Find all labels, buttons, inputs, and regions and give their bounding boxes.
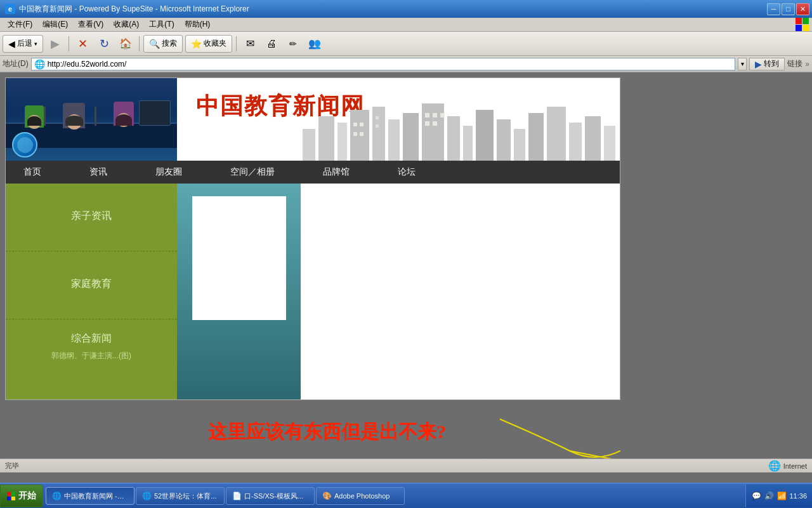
taskbar-item-3[interactable]: 🎨 Adobe Photoshop	[316, 487, 405, 505]
start-label: 开始	[18, 490, 36, 502]
svg-rect-7	[422, 104, 444, 161]
address-input[interactable]	[48, 60, 733, 69]
taskbar-item-icon-3: 🎨	[322, 491, 332, 501]
ie-icon: e	[5, 4, 15, 14]
taskbar-item-2[interactable]: 📄 口-SS/XS-模板风...	[226, 487, 315, 505]
section-family-ed[interactable]: 家庭教育	[6, 251, 177, 319]
back-button[interactable]: ◀ 后退 ▾	[3, 35, 43, 53]
nav-space[interactable]: 空间／相册	[225, 164, 280, 180]
header-right: 中国教育新闻网	[177, 78, 620, 161]
messenger-button[interactable]: 👥	[305, 34, 324, 53]
svg-rect-10	[476, 110, 494, 161]
taskbar-item-label-3: Adobe Photoshop	[334, 492, 390, 500]
svg-rect-1	[318, 116, 334, 161]
taskbar-item-icon-2: 📄	[232, 491, 242, 501]
svg-rect-4	[372, 107, 385, 161]
taskbar-item-0[interactable]: 🌐 中国教育新闻网 -…	[46, 487, 134, 505]
site-nav: 首页 资讯 朋友圈 空间／相册 品牌馆 论坛	[6, 161, 620, 184]
tray-time: 11:36	[789, 492, 807, 500]
close-button[interactable]: ✕	[796, 3, 809, 15]
mid-column	[177, 184, 301, 399]
menu-edit[interactable]: 编辑(E)	[37, 18, 73, 31]
svg-rect-17	[604, 126, 615, 161]
svg-rect-21	[360, 132, 363, 136]
links-label[interactable]: 链接	[787, 58, 802, 69]
svg-rect-15	[569, 123, 582, 161]
svg-rect-20	[353, 132, 357, 136]
svg-rect-18	[353, 123, 357, 126]
window-controls: ─ □ ✕	[767, 3, 809, 15]
print-button[interactable]: 🖨	[262, 34, 281, 53]
refresh-button[interactable]: ↻	[95, 34, 114, 53]
taskbar-item-icon-1: 🌐	[141, 491, 152, 501]
menu-file[interactable]: 文件(F)	[3, 18, 37, 31]
start-button[interactable]: 开始	[0, 485, 43, 507]
taskbar: 开始 🌐 中国教育新闻网 -… 🌐 52世界论坛：体育... 📄 口-SS/XS…	[0, 483, 812, 508]
right-column	[301, 184, 620, 399]
address-label: 地址(D)	[3, 58, 29, 69]
svg-rect-25	[433, 113, 437, 117]
section-general-news-title: 综合新闻	[6, 332, 177, 345]
tray-icon-2: 🔊	[764, 491, 774, 501]
nav-friends[interactable]: 朋友圈	[150, 164, 187, 180]
svg-rect-9	[463, 126, 473, 161]
home-button[interactable]: 🏠	[116, 34, 135, 53]
svg-rect-0	[303, 129, 315, 161]
menu-view[interactable]: 查看(V)	[73, 18, 108, 31]
taskbar-item-label-0: 中国教育新闻网 -…	[64, 491, 124, 501]
menu-favorites[interactable]: 收藏(A)	[108, 18, 144, 31]
forward-button[interactable]: ▶	[46, 34, 65, 53]
section-family-ed-title: 家庭教育	[71, 277, 112, 291]
taskbar-items: 🌐 中国教育新闻网 -… 🌐 52世界论坛：体育... 📄 口-SS/XS-模板…	[46, 487, 745, 505]
section-parenting-title: 亲子资讯	[71, 210, 112, 223]
nav-home[interactable]: 首页	[18, 164, 46, 180]
minimize-button[interactable]: ─	[767, 3, 780, 15]
nav-news[interactable]: 资讯	[84, 164, 112, 180]
browser-content: 中国教育新闻网	[0, 72, 812, 458]
nav-brand[interactable]: 品牌馆	[318, 164, 355, 180]
menu-help[interactable]: 帮助(H)	[180, 18, 216, 31]
maximize-button[interactable]: □	[782, 3, 795, 15]
menubar: 文件(F) 编辑(E) 查看(V) 收藏(A) 工具(T) 帮助(H)	[0, 18, 812, 32]
svg-rect-13	[528, 113, 544, 161]
section-general-news-sub: 郭德纲、于谦主演...(图)	[6, 351, 177, 361]
edit-button[interactable]: ✏	[284, 34, 303, 53]
svg-rect-5	[388, 119, 400, 161]
section-parenting[interactable]: 亲子资讯	[6, 184, 177, 251]
nav-forum[interactable]: 论坛	[393, 164, 421, 180]
addressbar: 地址(D) 🌐 ▾ ▶ 转到 链接 »	[0, 56, 812, 72]
site-header: 中国教育新闻网	[6, 78, 620, 161]
left-column: 亲子资讯 家庭教育 综合新闻 郭德纲、于谦主演...(图)	[6, 184, 177, 399]
section-general-news[interactable]: 综合新闻 郭德纲、于谦主演...(图)	[6, 319, 177, 399]
zone-text: Internet	[783, 462, 807, 470]
svg-rect-6	[403, 113, 419, 161]
address-input-wrap[interactable]: 🌐	[31, 58, 736, 70]
cityscape	[303, 104, 620, 161]
taskbar-item-1[interactable]: 🌐 52世界论坛：体育...	[136, 487, 225, 505]
mail-button[interactable]: ✉	[240, 34, 259, 53]
status-text: 完毕	[5, 461, 19, 471]
stop-button[interactable]: ✕	[73, 34, 92, 53]
sep3	[236, 36, 237, 51]
go-button[interactable]: ▶ 转到	[749, 58, 785, 70]
toolbar: ◀ 后退 ▾ ▶ ✕ ↻ 🏠 🔍 搜索 ⭐ 收藏夹 ✉ 🖨 ✏ 👥	[0, 32, 812, 56]
sep2	[139, 36, 140, 51]
favorites-button[interactable]: ⭐ 收藏夹	[185, 35, 232, 53]
website-container: 中国教育新闻网	[5, 77, 620, 400]
search-button[interactable]: 🔍 搜索	[143, 35, 183, 53]
header-photo	[6, 78, 177, 161]
svg-rect-16	[585, 116, 601, 161]
taskbar-item-label-1: 52世界论坛：体育...	[154, 491, 216, 501]
page-icon: 🌐	[34, 59, 45, 69]
svg-rect-26	[440, 113, 445, 117]
taskbar-item-icon-0: 🌐	[51, 491, 62, 501]
tray-icon-network: 📶	[776, 491, 787, 501]
statusbar: 完毕 🌐 Internet	[0, 458, 812, 472]
svg-rect-12	[514, 129, 525, 161]
statusbar-right: 🌐 Internet	[768, 460, 807, 472]
svg-rect-14	[547, 107, 566, 161]
address-dropdown[interactable]: ▾	[738, 58, 747, 70]
annotation-text: 这里应该有东西但是出不来?	[208, 419, 446, 445]
menu-tools[interactable]: 工具(T)	[144, 18, 179, 31]
taskbar-item-label-2: 口-SS/XS-模板风...	[244, 491, 303, 501]
